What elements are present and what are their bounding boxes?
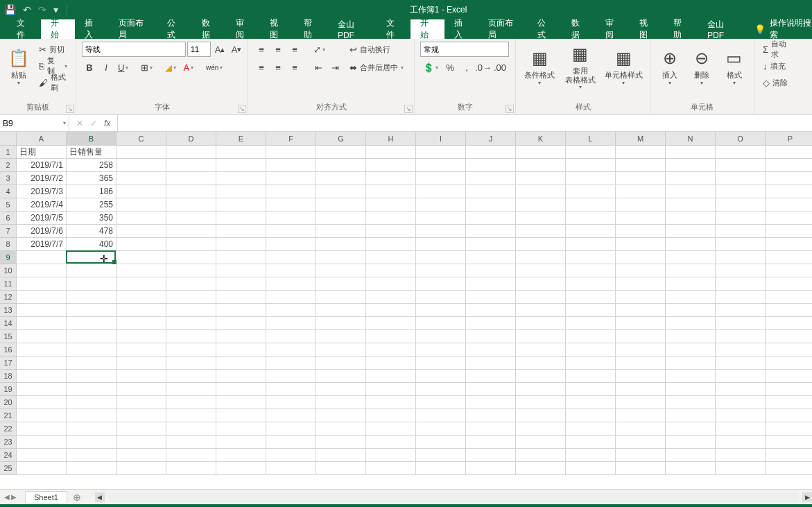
cell[interactable] <box>67 251 116 264</box>
cell[interactable] <box>566 356 616 370</box>
cell[interactable] <box>466 146 516 159</box>
cell[interactable] <box>466 462 516 475</box>
cell[interactable] <box>666 264 716 277</box>
cell[interactable] <box>116 422 166 436</box>
row-header[interactable]: 1 <box>0 146 17 159</box>
cell[interactable]: 日期 <box>17 146 67 159</box>
cell[interactable] <box>366 422 416 436</box>
cell[interactable] <box>766 370 812 383</box>
row-header[interactable]: 24 <box>0 449 17 462</box>
dialog-launcher-icon[interactable]: ↘ <box>66 105 74 113</box>
cell[interactable] <box>17 291 67 304</box>
cell[interactable] <box>416 436 466 449</box>
cell[interactable] <box>566 462 616 475</box>
cell[interactable] <box>216 383 266 396</box>
cell[interactable] <box>566 185 616 198</box>
tab-开始[interactable]: 开始 <box>41 19 75 39</box>
cell[interactable] <box>316 304 366 317</box>
cell[interactable] <box>466 225 516 238</box>
cell[interactable] <box>116 225 166 238</box>
cell[interactable] <box>17 383 67 396</box>
cell[interactable] <box>316 212 366 225</box>
cell[interactable] <box>416 396 466 409</box>
cell[interactable] <box>466 370 516 383</box>
cell[interactable] <box>216 304 266 317</box>
cell[interactable] <box>17 277 67 291</box>
row-header[interactable]: 4 <box>0 185 17 198</box>
cell[interactable] <box>116 251 166 264</box>
cell[interactable] <box>116 409 166 422</box>
tab-插入[interactable]: 插入 <box>75 19 109 39</box>
cell[interactable] <box>766 291 812 304</box>
cell[interactable] <box>666 251 716 264</box>
cell[interactable] <box>116 396 166 409</box>
cell[interactable] <box>166 330 216 343</box>
cell[interactable] <box>416 159 466 172</box>
cell[interactable] <box>67 449 116 462</box>
cell[interactable] <box>416 198 466 212</box>
cell[interactable] <box>716 383 766 396</box>
cell[interactable] <box>17 396 67 409</box>
autosum-button[interactable]: Σ自动求 <box>760 42 792 57</box>
align-middle-icon[interactable]: ≡ <box>270 42 286 57</box>
phonetic-button[interactable]: wén▾ <box>203 60 225 75</box>
cell[interactable] <box>366 146 416 159</box>
cell[interactable] <box>266 370 316 383</box>
cell[interactable] <box>716 436 766 449</box>
cell[interactable] <box>716 238 766 251</box>
cell[interactable] <box>466 264 516 277</box>
cell[interactable] <box>67 409 116 422</box>
cell[interactable] <box>67 422 116 436</box>
cell[interactable] <box>67 356 116 370</box>
cell[interactable] <box>366 238 416 251</box>
cell[interactable] <box>366 185 416 198</box>
cell[interactable] <box>516 343 566 356</box>
tell-me-search[interactable]: 💡 操作说明搜索 <box>754 19 812 39</box>
row-header[interactable]: 6 <box>0 212 17 225</box>
ribbon-tab[interactable]: 金山PDF <box>698 19 746 39</box>
paste-button[interactable]: 📋 粘贴 ▾ <box>6 42 32 90</box>
cell[interactable] <box>116 370 166 383</box>
cell[interactable] <box>166 172 216 185</box>
column-header[interactable]: J <box>466 132 516 146</box>
cell[interactable] <box>766 264 812 277</box>
cell[interactable] <box>416 409 466 422</box>
cell[interactable] <box>466 396 516 409</box>
cell[interactable] <box>17 449 67 462</box>
cell[interactable] <box>566 159 616 172</box>
cell[interactable] <box>566 212 616 225</box>
cell[interactable] <box>216 370 266 383</box>
tab-金山PDF[interactable]: 金山PDF <box>328 19 377 39</box>
column-header[interactable]: G <box>316 132 366 146</box>
enter-icon[interactable]: ✓ <box>90 119 97 128</box>
table-format-button[interactable]: ▦套用 表格格式▾ <box>562 42 599 90</box>
cell[interactable] <box>67 304 116 317</box>
cell[interactable] <box>116 462 166 475</box>
column-header[interactable]: C <box>116 132 166 146</box>
column-header[interactable]: L <box>566 132 616 146</box>
cell[interactable] <box>17 330 67 343</box>
cell[interactable] <box>666 291 716 304</box>
cell[interactable] <box>366 172 416 185</box>
cancel-icon[interactable]: ✕ <box>76 119 83 128</box>
cell[interactable] <box>566 291 616 304</box>
cell-area[interactable]: 日期日销售量2019/7/12582019/7/23652019/7/31862… <box>17 146 812 475</box>
cell[interactable] <box>316 159 366 172</box>
cell[interactable] <box>67 383 116 396</box>
cell[interactable] <box>366 159 416 172</box>
increase-decimal-icon[interactable]: .0→ <box>476 60 491 75</box>
cell[interactable] <box>616 396 666 409</box>
cell[interactable] <box>516 172 566 185</box>
cell[interactable] <box>416 356 466 370</box>
column-header[interactable]: F <box>266 132 316 146</box>
cell[interactable] <box>416 146 466 159</box>
clear-button[interactable]: ◇清除 <box>760 75 792 90</box>
cell[interactable] <box>216 422 266 436</box>
decrease-font-icon[interactable]: A▾ <box>229 42 244 57</box>
row-header[interactable]: 17 <box>0 356 17 370</box>
cell[interactable] <box>366 409 416 422</box>
cell[interactable] <box>716 212 766 225</box>
cell[interactable] <box>316 343 366 356</box>
cell[interactable] <box>766 238 812 251</box>
row-header[interactable]: 12 <box>0 291 17 304</box>
